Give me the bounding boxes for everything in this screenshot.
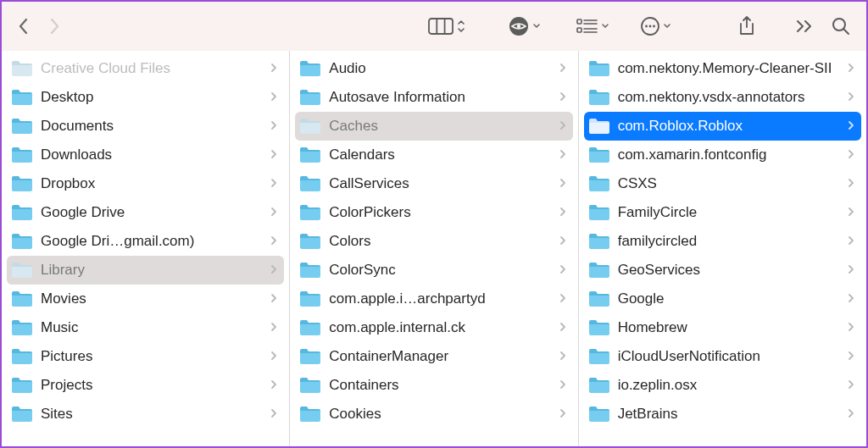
- disclosure-chevron-icon: [270, 407, 277, 421]
- column-2[interactable]: com.nektony.Memory-Cleaner-SII com.nekto…: [579, 51, 866, 446]
- folder-icon: [587, 173, 609, 195]
- folder-row[interactable]: Calendars: [295, 141, 572, 169]
- folder-icon: [587, 403, 609, 425]
- disclosure-chevron-icon: [848, 350, 854, 363]
- group-by-button[interactable]: [571, 10, 615, 42]
- folder-row[interactable]: Projects: [7, 371, 284, 400]
- folder-row[interactable]: Caches: [295, 112, 572, 141]
- folder-label: Movies: [41, 290, 267, 307]
- folder-row[interactable]: com.nektony.Memory-Cleaner-SII: [584, 54, 861, 83]
- disclosure-chevron-icon: [270, 379, 277, 392]
- folder-row[interactable]: Downloads: [7, 141, 284, 169]
- forward-button[interactable]: [42, 10, 66, 42]
- folder-row[interactable]: CallServices: [295, 169, 572, 198]
- disclosure-chevron-icon: [559, 91, 566, 104]
- action-menu-button[interactable]: [635, 10, 676, 42]
- folder-icon: [298, 374, 320, 396]
- folder-row[interactable]: GeoServices: [584, 256, 861, 285]
- folder-label: Calendars: [329, 147, 555, 163]
- folder-row[interactable]: CSXS: [584, 169, 861, 198]
- folder-row[interactable]: ColorPickers: [295, 198, 572, 227]
- folder-row[interactable]: Desktop: [7, 83, 284, 112]
- folder-label: Desktop: [41, 89, 267, 106]
- finder-columns: Creative Cloud Files Desktop Documents D…: [2, 51, 866, 446]
- folder-label: Autosave Information: [329, 89, 555, 106]
- folder-row[interactable]: JetBrains: [584, 400, 861, 429]
- back-button[interactable]: [12, 10, 36, 42]
- search-button[interactable]: [826, 10, 856, 42]
- folder-icon: [298, 202, 320, 224]
- folder-row[interactable]: Dropbox: [7, 169, 284, 198]
- share-icon: [737, 15, 756, 37]
- folder-row[interactable]: ColorSync: [295, 256, 572, 285]
- folder-label: Audio: [329, 60, 555, 77]
- folder-label: Downloads: [41, 147, 267, 163]
- folder-label: Library: [41, 262, 267, 279]
- folder-label: com.nektony.vsdx-annotators: [618, 89, 844, 106]
- folder-row[interactable]: Google Drive: [7, 198, 284, 227]
- folder-row[interactable]: Documents: [7, 112, 284, 141]
- folder-row[interactable]: FamilyCircle: [584, 198, 861, 227]
- folder-row[interactable]: Cookies: [295, 400, 572, 429]
- folder-row[interactable]: Google Dri…gmail.com): [7, 227, 284, 256]
- folder-row[interactable]: familycircled: [584, 227, 861, 256]
- folder-row[interactable]: Pictures: [7, 342, 284, 371]
- disclosure-chevron-icon: [559, 62, 566, 75]
- folder-icon: [10, 288, 32, 310]
- folder-label: Homebrew: [618, 319, 844, 336]
- folder-row[interactable]: ContainerManager: [295, 342, 572, 371]
- folder-row[interactable]: Music: [7, 313, 284, 342]
- preview-options-button[interactable]: [503, 10, 546, 42]
- folder-label: Music: [41, 319, 267, 336]
- folder-label: JetBrains: [618, 406, 844, 423]
- folder-icon: [587, 346, 609, 368]
- eye-circle-icon: [508, 15, 530, 37]
- folder-row[interactable]: Movies: [7, 285, 284, 313]
- folder-row[interactable]: Audio: [295, 54, 572, 83]
- folder-label: GeoServices: [618, 262, 844, 279]
- column-0[interactable]: Creative Cloud Files Desktop Documents D…: [2, 51, 290, 446]
- folder-label: CallServices: [329, 175, 555, 192]
- disclosure-chevron-icon: [559, 148, 566, 162]
- folder-label: io.zeplin.osx: [618, 377, 844, 394]
- folder-row[interactable]: com.nektony.vsdx-annotators: [584, 83, 861, 112]
- folder-row[interactable]: Sites: [7, 400, 284, 429]
- folder-row[interactable]: Autosave Information: [295, 83, 572, 112]
- folder-row[interactable]: com.apple.i…archpartyd: [295, 285, 572, 313]
- disclosure-chevron-icon: [848, 148, 854, 162]
- view-columns-button[interactable]: [423, 10, 470, 42]
- folder-label: com.apple.internal.ck: [329, 319, 555, 336]
- column-1[interactable]: Audio Autosave Information Caches Calend…: [290, 51, 578, 446]
- folder-row[interactable]: com.Roblox.Roblox: [584, 112, 861, 141]
- share-button[interactable]: [732, 10, 761, 42]
- folder-row[interactable]: iCloudUserNotification: [584, 342, 861, 371]
- folder-label: Containers: [329, 377, 555, 394]
- svg-point-4: [517, 25, 520, 28]
- folder-icon: [298, 115, 320, 137]
- folder-row[interactable]: Library: [7, 256, 284, 285]
- folder-row[interactable]: Creative Cloud Files: [7, 54, 284, 83]
- folder-row[interactable]: Colors: [295, 227, 572, 256]
- folder-icon: [587, 317, 609, 339]
- folder-row[interactable]: Google: [584, 285, 861, 313]
- double-chevron-right-icon: [795, 19, 814, 34]
- folder-icon: [587, 115, 609, 137]
- disclosure-chevron-icon: [848, 263, 854, 277]
- chevron-down-icon: [601, 21, 609, 31]
- folder-label: Dropbox: [41, 175, 267, 192]
- folder-row[interactable]: com.apple.internal.ck: [295, 313, 572, 342]
- overflow-button[interactable]: [790, 10, 819, 42]
- folder-label: Pictures: [41, 348, 267, 365]
- disclosure-chevron-icon: [270, 263, 277, 277]
- svg-rect-5: [577, 19, 581, 24]
- folder-row[interactable]: Containers: [295, 371, 572, 400]
- folder-label: Projects: [41, 377, 267, 394]
- folder-icon: [10, 317, 32, 339]
- folder-row[interactable]: Homebrew: [584, 313, 861, 342]
- folder-label: familycircled: [618, 233, 844, 250]
- disclosure-chevron-icon: [270, 206, 277, 219]
- disclosure-chevron-icon: [848, 321, 854, 335]
- folder-label: ColorPickers: [329, 204, 555, 221]
- folder-row[interactable]: com.xamarin.fontconfig: [584, 141, 861, 169]
- folder-row[interactable]: io.zeplin.osx: [584, 371, 861, 400]
